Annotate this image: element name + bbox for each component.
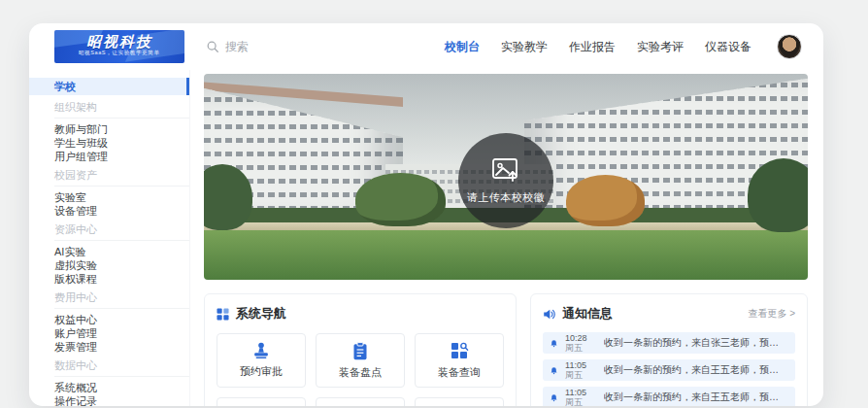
brand-subtitle: 昭视SaaS，让实验教学更简单 <box>79 51 160 56</box>
sidebar: 学校 组织架构 教师与部门 学生与班级 用户组管理 校园资产 实验室 设备管理 … <box>29 70 190 406</box>
top-nav-tab[interactable]: 实验考评 <box>637 39 684 55</box>
speaker-icon <box>543 308 555 321</box>
search-input[interactable]: 搜索 <box>206 39 249 55</box>
system-nav-header: 系统导航 <box>217 304 504 323</box>
view-more-link[interactable]: 查看更多 > <box>748 307 795 321</box>
sidebar-item[interactable]: 学校 <box>29 78 189 95</box>
sidebar-item-label: 校园资产 <box>54 169 97 181</box>
top-nav-tab-label: 校制台 <box>445 40 480 53</box>
grid-search-icon <box>451 342 469 360</box>
user-avatar[interactable] <box>777 34 802 59</box>
nav-card-label: 预约审批 <box>240 364 283 379</box>
top-nav-tab[interactable]: 仪器设备 <box>705 39 751 55</box>
nav-card-inventory[interactable]: 装备盘点 <box>316 333 405 388</box>
notification-time: 11:05 周五 <box>565 388 596 406</box>
notification-day: 周五 <box>565 397 596 406</box>
sidebar-item[interactable]: 实验室 <box>29 190 189 204</box>
system-nav-cards: 预约审批 装备盘点 <box>217 333 504 406</box>
notification-text: 收到一条新的预约，来自张三老师，预约单号为：Y-0044，请尽快处理。 <box>604 336 787 350</box>
sidebar-item[interactable]: 数据中心 <box>54 358 189 377</box>
campus-photo: 请上传本校校徽 <box>204 74 808 280</box>
top-nav-tab[interactable]: 实验教学 <box>501 39 548 55</box>
main-content: 请上传本校校徽 系统导航 <box>190 70 823 406</box>
sidebar-item[interactable]: 费用中心 <box>54 290 189 309</box>
sidebar-item[interactable]: 用户组管理 <box>29 150 189 163</box>
top-nav-tab-label: 仪器设备 <box>705 40 751 53</box>
upload-school-badge-button[interactable]: 请上传本校校徽 <box>458 133 553 228</box>
notification-time: 11:05 周五 <box>565 360 596 380</box>
sidebar-item-label: 组织架构 <box>54 101 97 113</box>
sidebar-item-label: 数据中心 <box>54 359 97 371</box>
brand-title: 昭视科技 <box>86 34 152 50</box>
notification-row[interactable]: 11:05 周五 收到一条新的预约，来自王五老师，预约单号为：Y-0056，请尽… <box>543 387 795 406</box>
sidebar-item-label: 学生与班级 <box>54 137 108 149</box>
sidebar-item[interactable]: 权益中心 <box>29 313 189 326</box>
sidebar-item[interactable]: 资源中心 <box>54 222 189 241</box>
nav-card-label: 装备盘点 <box>339 365 382 380</box>
sidebar-item-label: 权益中心 <box>54 314 97 325</box>
bottom-panels: 系统导航 预约审批 <box>204 293 808 406</box>
nav-card-query[interactable]: 装备查询 <box>415 333 504 388</box>
notification-clock: 11:05 <box>565 388 596 397</box>
notification-text: 收到一条新的预约，来自王五老师，预约单号为：Y-0056，请尽快处理。 <box>604 363 787 377</box>
top-nav-tab[interactable]: 校制台 <box>445 39 480 55</box>
system-nav-title: 系统导航 <box>236 305 286 323</box>
app-body: 学校 组织架构 教师与部门 学生与班级 用户组管理 校园资产 实验室 设备管理 … <box>29 70 823 406</box>
sidebar-item[interactable]: 设备管理 <box>29 204 189 218</box>
sidebar-item-label: 虚拟实验 <box>54 259 97 271</box>
notification-time: 10:28 周五 <box>565 333 596 353</box>
top-nav-tab-label: 实验考评 <box>637 40 684 53</box>
sidebar-item-label: 操作记录 <box>54 395 97 406</box>
notification-clock: 10:28 <box>565 333 596 343</box>
tree <box>748 158 808 232</box>
notification-day: 周五 <box>565 370 596 380</box>
sidebar-item-label: 用户组管理 <box>54 151 108 162</box>
search-placeholder: 搜索 <box>225 39 249 55</box>
sidebar-item[interactable]: 版权课程 <box>29 272 189 286</box>
bell-icon <box>551 364 557 377</box>
sidebar-item[interactable]: AI实验 <box>29 245 189 258</box>
top-nav-tabs: 校制台 实验教学 作业报告 实验考评 仪器设备 <box>445 39 751 55</box>
clipboard-icon <box>352 342 368 360</box>
sidebar-item-label: 设备管理 <box>54 205 97 217</box>
sidebar-item[interactable]: 组织架构 <box>54 100 189 119</box>
sidebar-item-label: 费用中心 <box>54 291 97 303</box>
lawn <box>204 230 808 280</box>
topbar: 昭视科技 昭视SaaS，让实验教学更简单 搜索 校制台 实验教学 作业报告 实验… <box>29 23 823 70</box>
notification-clock: 11:05 <box>565 360 596 370</box>
sidebar-item[interactable]: 教师与部门 <box>29 122 189 136</box>
brand-logo[interactable]: 昭视科技 昭视SaaS，让实验教学更简单 <box>54 30 184 63</box>
grid-icon <box>217 308 229 321</box>
sidebar-item[interactable]: 虚拟实验 <box>29 258 189 272</box>
sidebar-item-label: 系统概况 <box>54 382 97 393</box>
top-nav-tab-label: 作业报告 <box>569 40 616 53</box>
notification-day: 周五 <box>565 343 596 353</box>
nav-card-partial[interactable] <box>415 397 504 406</box>
nav-card-label: 装备查询 <box>438 365 481 380</box>
sidebar-item-label: 账户管理 <box>54 327 97 339</box>
top-nav-tab[interactable]: 作业报告 <box>569 39 616 55</box>
notification-row[interactable]: 10:28 周五 收到一条新的预约，来自张三老师，预约单号为：Y-0044，请尽… <box>543 332 795 354</box>
search-icon <box>206 40 219 53</box>
notification-row[interactable]: 11:05 周五 收到一条新的预约，来自王五老师，预约单号为：Y-0056，请尽… <box>543 359 795 381</box>
sidebar-item[interactable]: 系统概况 <box>29 381 189 394</box>
nav-card-partial[interactable] <box>316 397 405 406</box>
sidebar-item-label: 学校 <box>54 81 76 92</box>
top-nav-tab-label: 实验教学 <box>501 40 548 53</box>
sidebar-item[interactable]: 校园资产 <box>54 168 189 187</box>
nav-card-partial[interactable] <box>217 397 306 406</box>
bell-icon <box>551 391 557 404</box>
sidebar-item-label: 教师与部门 <box>54 123 108 135</box>
sidebar-item-label: AI实验 <box>54 246 85 257</box>
sidebar-item[interactable]: 操作记录 <box>29 394 189 406</box>
upload-image-icon <box>491 157 520 184</box>
notification-text: 收到一条新的预约，来自王五老师，预约单号为：Y-0056，请尽快处理。 <box>604 391 787 404</box>
sidebar-item[interactable]: 学生与班级 <box>29 136 189 150</box>
notifications-header: 通知信息 查看更多 > <box>543 304 795 323</box>
sidebar-item[interactable]: 发票管理 <box>29 340 189 354</box>
orange-tree <box>566 175 645 226</box>
sidebar-item[interactable]: 账户管理 <box>29 326 189 340</box>
sidebar-item-label: 资源中心 <box>54 223 97 235</box>
notifications-title: 通知信息 <box>562 305 613 323</box>
nav-card-approval[interactable]: 预约审批 <box>217 333 306 388</box>
